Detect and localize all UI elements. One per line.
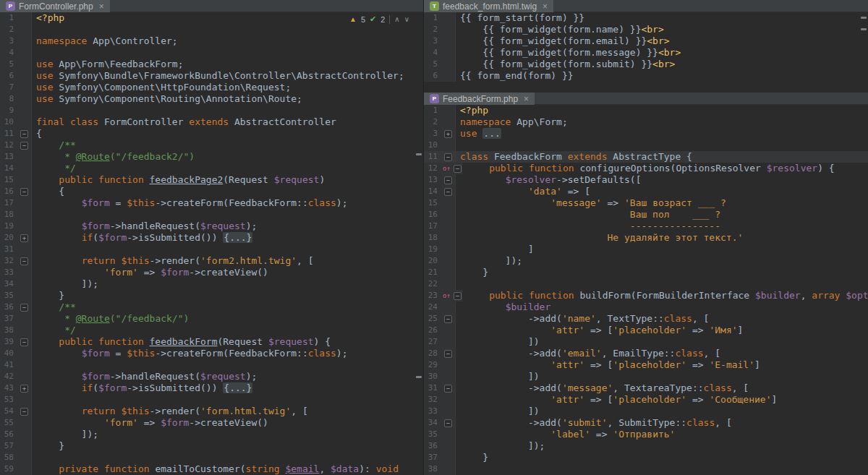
- code-line: 33 'form' => $form->createView(): [0, 267, 423, 278]
- code-text: final class FormController extends Abstr…: [32, 116, 336, 128]
- code-line: 38: [424, 463, 868, 475]
- fold-collapse-icon[interactable]: −: [444, 385, 452, 393]
- fold-collapse-icon[interactable]: −: [444, 419, 452, 427]
- fold-collapse-icon[interactable]: −: [20, 130, 28, 138]
- gutter-fold-column: [441, 221, 456, 232]
- code-text: {: [32, 128, 42, 140]
- code-text: return $this->render('form2.html.twig', …: [32, 255, 314, 267]
- fold-collapse-icon[interactable]: −: [454, 292, 461, 300]
- chevron-up-icon[interactable]: ∧: [394, 15, 399, 23]
- fold-collapse-icon[interactable]: −: [20, 408, 28, 416]
- override-method-icon[interactable]: o↑: [443, 292, 451, 300]
- line-number: 18: [424, 232, 441, 244]
- code-line: 14− 'data' => [: [424, 186, 868, 197]
- fold-collapse-icon[interactable]: −: [444, 153, 452, 161]
- code-line: 9: [0, 105, 423, 116]
- gutter-fold-column: −: [17, 140, 32, 151]
- line-number: 12: [424, 163, 441, 174]
- code-line: 15 public function feedbackPage2(Request…: [0, 174, 423, 186]
- gutter-fold-column: [441, 359, 456, 371]
- line-number: 34: [424, 417, 441, 429]
- fold-collapse-icon[interactable]: −: [20, 338, 28, 346]
- gutter-fold-column: [17, 417, 32, 429]
- fold-collapse-icon[interactable]: −: [20, 257, 28, 265]
- tab-feedback-form-twig[interactable]: T feedback_form.html.twig ×: [424, 0, 553, 12]
- fold-collapse-icon[interactable]: −: [20, 304, 28, 312]
- fold-collapse-icon[interactable]: −: [444, 350, 452, 358]
- tab-formcontroller-php[interactable]: P FormController.php ×: [0, 0, 110, 12]
- line-number: 12: [0, 140, 17, 151]
- fold-expand-icon[interactable]: +: [444, 130, 452, 138]
- gutter-fold-column: [441, 24, 456, 35]
- fold-collapse-icon[interactable]: −: [444, 176, 452, 184]
- inspections-widget[interactable]: ▲ 5 ✔ 2 ∧ ∨: [346, 14, 413, 25]
- code-line: 11−class FeedbackForm extends AbstractTy…: [424, 151, 868, 163]
- fold-expand-icon[interactable]: +: [20, 234, 28, 242]
- tab-close-icon[interactable]: ×: [99, 1, 104, 12]
- override-method-icon[interactable]: o↑: [443, 165, 451, 173]
- chevron-down-icon[interactable]: ∨: [404, 15, 409, 23]
- code-text: [32, 209, 36, 221]
- fold-collapse-icon[interactable]: −: [20, 142, 28, 150]
- code-line: 40 $form = $this->createForm(FeedbackFor…: [0, 348, 423, 359]
- twig-tab-bar: T feedback_form.html.twig ×: [424, 0, 868, 12]
- tab-feedbackform-php[interactable]: P FeedbackForm.php ×: [424, 93, 535, 105]
- tab-label: FeedbackForm.php: [443, 94, 518, 104]
- fold-collapse-icon[interactable]: −: [444, 315, 452, 323]
- line-number: 4: [424, 47, 441, 59]
- error-stripe-mark[interactable]: [861, 17, 867, 19]
- line-number: 6: [0, 70, 17, 82]
- code-text: public function feedbackPage2(Request $r…: [32, 174, 325, 186]
- code-text: class FeedbackForm extends AbstractType …: [456, 151, 692, 163]
- error-stripe-mark[interactable]: [861, 28, 867, 30]
- fold-collapse-icon[interactable]: −: [20, 188, 28, 196]
- editor-formcontroller[interactable]: ▲ 5 ✔ 2 ∧ ∨ 1<?php23namespace App\Contro…: [0, 12, 423, 475]
- code-line: 39− public function feedbackForm(Request…: [0, 336, 423, 348]
- code-text: }: [32, 290, 64, 301]
- line-number: 38: [0, 325, 17, 336]
- line-number: 34: [0, 278, 17, 290]
- gutter-fold-column: o↑−: [441, 290, 462, 301]
- tab-close-icon[interactable]: ×: [524, 94, 529, 104]
- php-file-icon: P: [6, 1, 15, 11]
- gutter-fold-column: [441, 406, 456, 417]
- code-text: [32, 244, 36, 255]
- code-text: public function buildForm(FormBuilderInt…: [462, 290, 868, 301]
- code-text: use Symfony\Component\Routing\Annotation…: [32, 93, 302, 105]
- line-number: 40: [0, 348, 17, 359]
- line-number: 58: [0, 452, 17, 463]
- line-number: 20: [0, 232, 17, 244]
- error-stripe-mark[interactable]: [416, 376, 422, 378]
- line-number: 14: [424, 186, 441, 197]
- line-number: 10: [424, 140, 441, 151]
- gutter-fold-column: [17, 371, 32, 382]
- code-text: */: [32, 163, 76, 174]
- code-text: namespace App\Form;: [456, 116, 568, 128]
- gutter-fold-column: −: [441, 313, 456, 325]
- line-number: 19: [0, 221, 17, 232]
- code-text: private function emailToCustomer(string …: [32, 463, 399, 475]
- fold-collapse-icon[interactable]: −: [444, 188, 452, 196]
- fold-expand-icon[interactable]: +: [20, 385, 28, 393]
- gutter-fold-column: [441, 116, 456, 128]
- line-number: 29: [424, 359, 441, 371]
- error-stripe-mark[interactable]: [416, 153, 422, 155]
- code-line: 37 }: [424, 452, 868, 463]
- gutter-fold-column: [17, 325, 32, 336]
- code-text: /**: [32, 301, 76, 313]
- line-number: 37: [424, 452, 441, 463]
- line-number: 3: [424, 128, 441, 140]
- warning-count[interactable]: 5: [361, 15, 365, 24]
- tab-close-icon[interactable]: ×: [542, 1, 548, 12]
- gutter-fold-column: +: [17, 232, 32, 244]
- divider: [389, 15, 390, 24]
- gutter-fold-column: [17, 244, 32, 255]
- fold-collapse-icon[interactable]: −: [454, 165, 461, 173]
- editor-feedbackform[interactable]: 1<?php2namespace App\Form;3+use ...1011−…: [424, 105, 868, 475]
- editor-feedback-form-twig[interactable]: 1{{ form_start(form) }}2 {{ form_widget(…: [424, 12, 868, 93]
- gutter-fold-column: −: [441, 348, 456, 359]
- check-count[interactable]: 2: [380, 15, 385, 24]
- line-number: 38: [424, 463, 441, 475]
- gutter-fold-column: [17, 197, 32, 209]
- gutter-fold-column: [17, 174, 32, 186]
